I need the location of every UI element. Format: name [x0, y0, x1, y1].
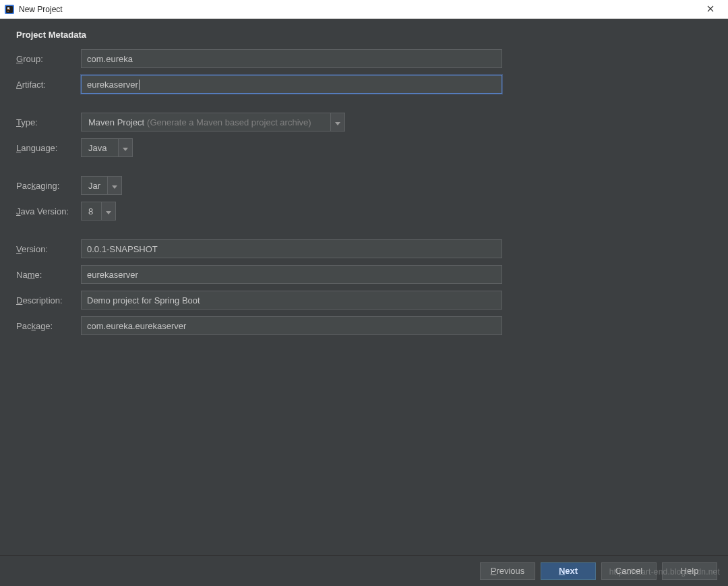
label-group: Group: — [16, 54, 81, 64]
packaging-select[interactable]: Jar — [81, 176, 122, 195]
packaging-select-arrow[interactable] — [107, 176, 122, 195]
row-java-version: Java Version: 8 — [16, 202, 712, 221]
chevron-down-icon — [123, 143, 128, 153]
content-area: Project Metadata Group: Artifact: eureka… — [0, 19, 728, 555]
version-input[interactable] — [81, 239, 502, 258]
row-version: Version: — [16, 239, 712, 258]
close-icon — [707, 4, 714, 14]
type-select-arrow[interactable] — [330, 113, 345, 131]
cancel-button[interactable]: Cancel — [601, 562, 657, 580]
label-packaging: Packaging: — [16, 181, 81, 191]
description-input[interactable] — [81, 291, 502, 310]
row-language: Language: Java — [16, 138, 712, 157]
close-button[interactable] — [696, 0, 725, 19]
dialog-body: Project Metadata Group: Artifact: eureka… — [0, 19, 728, 586]
java-version-select[interactable]: 8 — [81, 202, 116, 221]
row-packaging: Packaging: Jar — [16, 176, 712, 195]
label-type: Type: — [16, 117, 81, 127]
row-name: Name: — [16, 265, 712, 284]
row-description: Description: — [16, 291, 712, 310]
artifact-input[interactable]: eurekaserver — [81, 75, 502, 94]
app-icon — [4, 4, 15, 15]
name-input[interactable] — [81, 265, 502, 284]
row-type: Type: Maven Project(Generate a Maven bas… — [16, 113, 712, 131]
group-input[interactable] — [81, 49, 502, 68]
label-version: Version: — [16, 244, 81, 254]
label-java-version: Java Version: — [16, 206, 81, 216]
label-description: Description: — [16, 295, 81, 305]
packaging-select-value: Jar — [81, 176, 107, 195]
language-select[interactable]: Java — [81, 138, 133, 157]
java-version-select-arrow[interactable] — [101, 202, 116, 221]
row-artifact: Artifact: eurekaserver — [16, 75, 712, 94]
label-language: Language: — [16, 143, 81, 153]
language-select-arrow[interactable] — [118, 138, 133, 157]
row-group: Group: — [16, 49, 712, 68]
section-title: Project Metadata — [16, 30, 712, 40]
previous-button[interactable]: Previous — [480, 562, 535, 580]
java-version-select-value: 8 — [81, 202, 101, 221]
chevron-down-icon — [112, 181, 117, 191]
type-select-value: Maven Project(Generate a Maven based pro… — [81, 113, 330, 131]
package-input[interactable] — [81, 316, 502, 335]
svg-rect-2 — [7, 7, 9, 9]
label-name: Name: — [16, 270, 81, 280]
label-package: Package: — [16, 321, 81, 331]
svg-rect-4 — [7, 11, 9, 11]
type-select[interactable]: Maven Project(Generate a Maven based pro… — [81, 113, 345, 131]
language-select-value: Java — [81, 138, 118, 157]
chevron-down-icon — [106, 206, 111, 216]
titlebar: New Project — [0, 0, 728, 19]
new-project-dialog: New Project Project Metadata Group: Arti… — [0, 0, 728, 586]
next-button[interactable]: Next — [541, 562, 596, 580]
help-button[interactable]: Help — [662, 562, 717, 580]
chevron-down-icon — [335, 117, 340, 127]
row-package: Package: — [16, 316, 712, 335]
window-title: New Project — [19, 5, 696, 14]
dialog-footer: Previous Next Cancel Help https://start-… — [0, 555, 728, 586]
label-artifact: Artifact: — [16, 80, 81, 90]
svg-rect-3 — [7, 9, 10, 10]
text-caret — [139, 80, 140, 90]
